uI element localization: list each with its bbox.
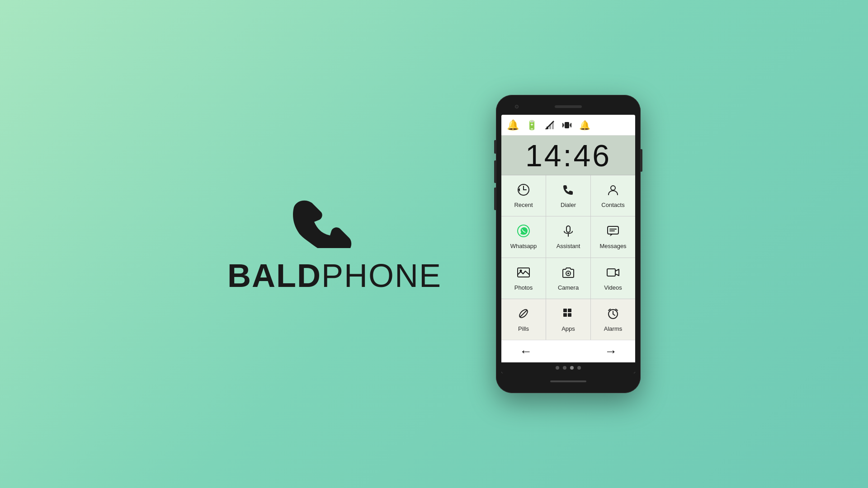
phone-wrapper: 🔔 🔋 <box>496 95 641 393</box>
phone-top-bar <box>501 100 635 113</box>
status-bar: 🔔 🔋 <box>501 115 635 136</box>
svg-point-20 <box>520 269 522 272</box>
earpiece-speaker <box>555 105 582 108</box>
back-button[interactable]: ← <box>519 344 532 359</box>
time-display: 14:46 <box>501 136 635 175</box>
assistant-label: Assistant <box>557 243 580 249</box>
pills-label: Pills <box>518 325 529 332</box>
alarms-label: Alarms <box>604 325 622 332</box>
power-button[interactable] <box>641 149 642 172</box>
svg-rect-16 <box>608 226 618 234</box>
svg-line-32 <box>613 314 615 315</box>
dot-2 <box>563 366 566 370</box>
vibrate-icon <box>562 120 572 130</box>
phone-bottom-bar <box>501 375 635 388</box>
svg-rect-1 <box>547 127 548 129</box>
contacts-app-button[interactable]: Contacts <box>591 175 635 216</box>
pills-icon <box>517 307 530 324</box>
svg-point-12 <box>611 186 615 190</box>
dialer-icon <box>561 183 575 200</box>
videos-label: Videos <box>604 284 622 291</box>
whatsapp-label: Whatsapp <box>510 243 537 249</box>
photos-label: Photos <box>514 284 533 291</box>
camera-app-button[interactable]: Camera <box>546 258 590 299</box>
dot-1 <box>556 366 559 370</box>
app-row-1: Recent Dialer <box>501 175 635 216</box>
recent-icon <box>517 183 530 200</box>
svg-line-25 <box>520 310 527 317</box>
camera-icon <box>561 266 575 282</box>
apps-app-button[interactable]: Apps <box>546 299 590 340</box>
home-bar <box>550 380 586 382</box>
battery-icon: 🔋 <box>526 120 538 131</box>
svg-rect-4 <box>565 122 569 128</box>
alarm-alert-icon: 🔔 <box>507 119 519 131</box>
phone-device: 🔔 🔋 <box>496 95 641 393</box>
photos-icon <box>517 266 530 282</box>
messages-app-button[interactable]: Messages <box>591 216 635 257</box>
logo-section: BALD PHONE <box>227 194 442 294</box>
app-row-4: Pills Apps <box>501 299 635 340</box>
contacts-label: Contacts <box>601 202 624 208</box>
recent-app-button[interactable]: Recent <box>501 175 546 216</box>
svg-rect-28 <box>563 313 567 317</box>
logo-regular: PHONE <box>321 257 442 294</box>
svg-rect-14 <box>566 226 570 232</box>
svg-point-22 <box>567 272 569 274</box>
app-row-3: Photos Camera <box>501 258 635 299</box>
contacts-icon <box>606 183 620 200</box>
svg-rect-27 <box>568 309 571 312</box>
videos-icon <box>606 266 620 282</box>
photos-app-button[interactable]: Photos <box>501 258 546 299</box>
logo-text: BALD PHONE <box>227 257 442 294</box>
logo-bold: BALD <box>227 257 321 294</box>
dialer-label: Dialer <box>561 202 576 208</box>
pills-app-button[interactable]: Pills <box>501 299 546 340</box>
messages-icon <box>606 224 620 241</box>
clock-time: 14:46 <box>525 138 611 173</box>
phone-handset-icon <box>285 194 384 248</box>
assistant-icon <box>561 224 575 241</box>
svg-rect-23 <box>607 269 615 276</box>
whatsapp-icon <box>517 224 530 241</box>
volume-up-button[interactable] <box>494 140 496 154</box>
apps-label: Apps <box>561 325 575 332</box>
alarms-app-button[interactable]: Alarms <box>591 299 635 340</box>
no-signal-icon <box>545 120 555 130</box>
extra-button[interactable] <box>494 188 496 210</box>
phone-screen: 🔔 🔋 <box>501 115 635 373</box>
alarms-icon <box>606 307 620 324</box>
recent-label: Recent <box>514 202 533 208</box>
svg-rect-26 <box>563 309 567 312</box>
nav-bar: ← → <box>501 340 635 362</box>
videos-app-button[interactable]: Videos <box>591 258 635 299</box>
dialer-app-button[interactable]: Dialer <box>546 175 590 216</box>
main-container: BALD PHONE 🔔 🔋 <box>0 0 868 488</box>
svg-rect-3 <box>552 122 554 129</box>
whatsapp-app-button[interactable]: Whatsapp <box>501 216 546 257</box>
app-grid: Recent Dialer <box>501 175 635 340</box>
apps-grid-icon <box>561 307 575 324</box>
page-dots <box>501 362 635 373</box>
forward-button[interactable]: → <box>604 344 617 359</box>
volume-down-button[interactable] <box>494 160 496 183</box>
front-camera <box>515 105 519 108</box>
notification-bell-icon: 🔔 <box>579 120 590 131</box>
assistant-app-button[interactable]: Assistant <box>546 216 590 257</box>
svg-rect-29 <box>568 313 571 317</box>
dot-3-active <box>570 366 574 370</box>
dot-4 <box>577 366 581 370</box>
camera-label: Camera <box>558 284 579 291</box>
svg-rect-2 <box>549 124 551 129</box>
app-row-2: Whatsapp Assistant <box>501 216 635 257</box>
messages-label: Messages <box>599 243 626 249</box>
